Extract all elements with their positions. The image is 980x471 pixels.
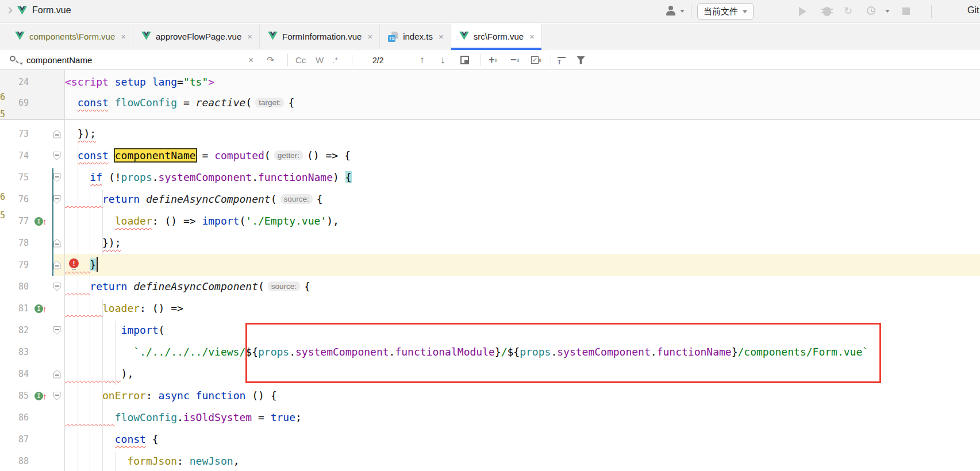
implemented-marker-icon[interactable]: I (34, 392, 43, 400)
code-token: lang (152, 76, 177, 88)
fold-region-end-icon[interactable] (53, 261, 61, 269)
filter-icon[interactable] (577, 50, 585, 70)
code-token (65, 193, 102, 205)
indent-guide (102, 190, 103, 254)
code-text[interactable]: return defineAsyncComponent(source:{ (64, 276, 980, 298)
run-button[interactable] (799, 7, 806, 16)
close-icon[interactable]: × (529, 32, 535, 41)
user-profile-icon[interactable] (666, 6, 677, 16)
fold-region-end-icon[interactable] (53, 130, 61, 138)
code-text[interactable]: if (!props.systemComponent.functionName)… (64, 167, 980, 188)
open-in-find-window-icon[interactable] (460, 50, 469, 70)
fold-region-start-icon[interactable] (53, 392, 61, 400)
editor-tab[interactable]: components\Form.vue× (7, 24, 133, 49)
line-number: 75 (0, 172, 29, 183)
code-token: ( (271, 193, 277, 205)
debug-button[interactable] (823, 7, 831, 16)
code-token: , (233, 455, 240, 467)
clipped-edge-text: 6 (0, 192, 5, 203)
code-token: : () => (140, 302, 183, 314)
profiler-dropdown-icon[interactable] (885, 10, 890, 13)
git-menu[interactable]: Git (967, 5, 979, 16)
editor-tab[interactable]: approveFlowPage.vue× (133, 24, 260, 49)
code-editor[interactable]: 24<script setup lang="ts">69 const flowC… (0, 70, 980, 471)
code-text[interactable]: flowConfig.isOldSystem = true; (64, 407, 980, 428)
editor-tab[interactable]: src\Form.vue× (451, 24, 542, 49)
code-text[interactable]: onError: async function () { (64, 385, 980, 407)
text-caret (97, 257, 98, 272)
fold-region-start-icon[interactable] (53, 173, 61, 182)
code-text[interactable]: loader: () => import('./Empty.vue'), (64, 210, 980, 232)
fold-region-start-icon[interactable] (53, 152, 61, 160)
profiler-icon[interactable] (867, 6, 875, 15)
close-icon[interactable]: × (121, 32, 126, 41)
code-text[interactable]: loader: () => (64, 298, 980, 319)
breadcrumb[interactable]: Form.vue (32, 5, 71, 16)
vue-file-icon (17, 6, 27, 17)
line-number: 80 (0, 281, 29, 292)
remove-occurrence-icon[interactable]: −II (510, 50, 520, 70)
line-number: 87 (0, 434, 29, 445)
match-case-toggle[interactable]: Cc (295, 50, 306, 70)
code-token: loader (115, 215, 152, 227)
tab-label: FormInformation.vue (282, 32, 362, 41)
code-token: "ts" (183, 76, 208, 88)
search-icon[interactable] (9, 50, 21, 70)
line-number: 81 (0, 303, 29, 314)
code-line: 85I↑ onError: async function () { (0, 385, 980, 407)
fold-gutter (49, 130, 64, 138)
error-intention-icon[interactable]: ! (69, 258, 79, 268)
code-token: = (196, 149, 215, 161)
add-occurrence-icon[interactable]: +II (489, 50, 498, 70)
tab-label: src\Form.vue (474, 32, 524, 41)
run-config-dropdown[interactable]: 当前文件 (697, 3, 754, 20)
fold-region-start-icon[interactable] (53, 195, 61, 204)
code-line: 75 if (!props.systemComponent.functionNa… (0, 167, 980, 188)
previous-match-button[interactable]: ↑ (420, 50, 425, 70)
fold-region-start-icon[interactable] (53, 326, 61, 335)
code-token: onError (102, 389, 146, 401)
code-text[interactable]: formJson: newJson, (64, 450, 980, 471)
code-text[interactable]: const componentName = computed(getter:()… (64, 145, 980, 167)
user-dropdown-icon[interactable] (680, 10, 685, 13)
code-text[interactable]: } (64, 254, 980, 276)
code-token: = (252, 411, 271, 423)
close-icon[interactable]: × (247, 32, 252, 41)
whole-words-toggle[interactable]: W (316, 50, 324, 70)
next-match-button[interactable]: ↓ (440, 50, 445, 70)
implemented-marker-icon[interactable]: I (34, 217, 43, 226)
fold-region-end-icon[interactable] (53, 370, 61, 379)
indent-guide (90, 168, 90, 471)
clear-search-icon[interactable]: × (248, 50, 253, 70)
fold-region-end-icon[interactable] (53, 239, 61, 248)
code-text[interactable]: return defineAsyncComponent(source:{ (64, 188, 980, 210)
code-token: : (177, 455, 190, 467)
line-number: 86 (0, 412, 29, 423)
editor-tab[interactable]: TSindex.ts× (380, 24, 451, 49)
fold-region-start-icon[interactable] (53, 283, 61, 291)
code-text[interactable]: const flowConfig = reactive(target:{ (64, 92, 980, 114)
code-text[interactable]: }); (64, 232, 980, 254)
close-icon[interactable]: × (439, 32, 444, 41)
code-text[interactable]: const { (64, 428, 980, 450)
code-text[interactable]: <script setup lang="ts"> (64, 71, 980, 93)
code-line: 87 const { (0, 428, 980, 450)
regex-toggle[interactable]: .* (332, 50, 338, 70)
code-text[interactable]: }); (64, 123, 980, 145)
code-token: true (271, 411, 295, 423)
fold-gutter (49, 326, 64, 335)
indent-guide (102, 299, 103, 471)
implemented-marker-icon[interactable]: I (34, 304, 43, 313)
editor-tab[interactable]: FormInformation.vue× (260, 24, 380, 49)
search-options-icon[interactable]: T (558, 50, 566, 70)
search-input[interactable]: componentName (26, 50, 92, 70)
code-token: ( (239, 215, 245, 227)
rerun-coverage-icon[interactable]: ↻ (844, 5, 852, 17)
stop-button[interactable] (902, 7, 910, 15)
code-token: { (146, 433, 159, 445)
close-icon[interactable]: × (367, 32, 372, 41)
select-all-occurrences-icon[interactable]: ✓II (531, 50, 541, 70)
code-token (65, 368, 121, 380)
newline-icon[interactable]: ↷ (267, 50, 274, 70)
code-token: ), (121, 368, 134, 380)
